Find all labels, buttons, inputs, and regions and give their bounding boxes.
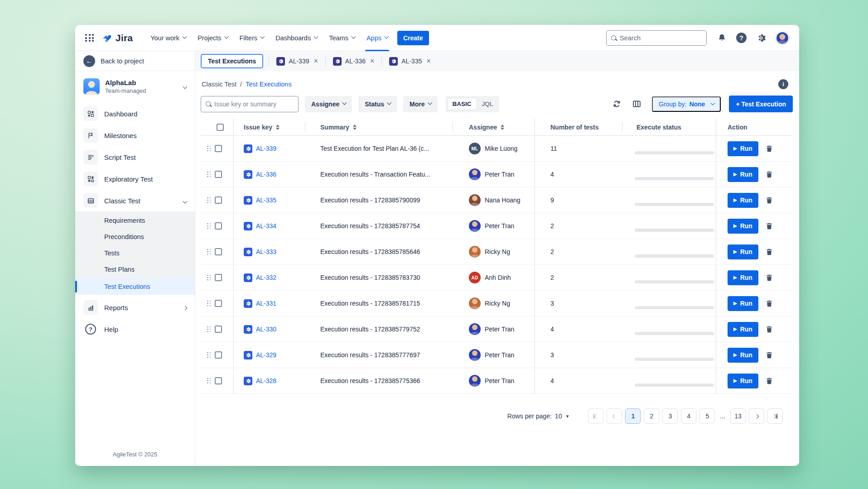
nav-item-filters[interactable]: Filters — [234, 25, 270, 51]
sidebar-item-test-executions[interactable]: Test Executions — [75, 278, 195, 295]
run-button[interactable]: ▶Run — [728, 219, 758, 234]
run-button[interactable]: ▶Run — [728, 374, 758, 388]
issue-key-link[interactable]: AL-332 — [256, 274, 276, 281]
sidebar-item-exploratory-test[interactable]: Exploratory Test — [75, 168, 195, 190]
delete-icon[interactable] — [765, 248, 773, 256]
nav-item-dashboards[interactable]: Dashboards — [270, 25, 323, 51]
column-header-issue-key[interactable]: Issue key — [233, 119, 305, 135]
previous-page-button[interactable] — [607, 408, 622, 424]
jira-logo[interactable]: Jira — [101, 33, 133, 43]
drag-handle-icon[interactable] — [207, 197, 211, 203]
delete-icon[interactable] — [765, 299, 773, 307]
user-avatar[interactable] — [776, 31, 789, 45]
drag-handle-icon[interactable] — [207, 301, 211, 307]
delete-icon[interactable] — [765, 222, 773, 230]
column-header-summary[interactable]: Summary — [305, 119, 453, 135]
global-search[interactable] — [606, 30, 707, 46]
drag-handle-icon[interactable] — [207, 146, 211, 152]
delete-icon[interactable] — [765, 196, 773, 204]
row-checkbox[interactable] — [215, 377, 222, 384]
drag-handle-icon[interactable] — [207, 378, 211, 384]
sidebar-item-tests[interactable]: Tests — [75, 245, 195, 261]
issue-tab[interactable]: AL-339 × — [274, 54, 321, 68]
project-switcher[interactable]: AlphaLab Team-managed — [75, 71, 195, 100]
sidebar-item-reports[interactable]: Reports — [75, 297, 195, 318]
row-checkbox[interactable] — [215, 351, 222, 359]
basic-mode-button[interactable]: BASIC — [447, 98, 477, 110]
notifications-bell-icon[interactable] — [717, 33, 727, 43]
delete-icon[interactable] — [765, 351, 773, 359]
drag-handle-icon[interactable] — [207, 172, 211, 177]
sidebar-item-preconditions[interactable]: Preconditions — [75, 229, 195, 245]
sidebar-item-classic-test[interactable]: Classic Test — [75, 190, 195, 211]
group-by-dropdown[interactable]: Group by:None — [652, 96, 721, 112]
rows-per-page-selector[interactable]: Rows per page: 10 ▼ — [507, 412, 570, 420]
column-header-assignee[interactable]: Assignee — [453, 119, 535, 135]
issue-key-link[interactable]: AL-329 — [256, 351, 276, 359]
first-page-button[interactable] — [588, 408, 603, 424]
drag-handle-icon[interactable] — [207, 326, 211, 332]
issue-key-link[interactable]: AL-334 — [256, 222, 276, 230]
row-checkbox[interactable] — [215, 145, 222, 152]
run-button[interactable]: ▶Run — [728, 296, 758, 311]
page-button-4[interactable]: 4 — [681, 408, 696, 424]
sidebar-item-test-plans[interactable]: Test Plans — [75, 261, 195, 278]
delete-icon[interactable] — [765, 170, 773, 178]
back-to-project[interactable]: ← Back to project — [75, 51, 195, 71]
refresh-icon[interactable] — [609, 96, 625, 112]
issue-key-link[interactable]: AL-331 — [256, 300, 276, 307]
run-button[interactable]: ▶Run — [728, 244, 758, 259]
issue-key-link[interactable]: AL-333 — [256, 248, 276, 255]
delete-icon[interactable] — [765, 325, 773, 333]
close-tab-icon[interactable]: × — [426, 58, 430, 65]
page-button-3[interactable]: 3 — [662, 408, 678, 424]
assignee-filter-dropdown[interactable]: Assignee — [305, 96, 352, 112]
drag-handle-icon[interactable] — [207, 352, 211, 358]
last-page-button[interactable] — [767, 408, 783, 424]
drag-handle-icon[interactable] — [207, 275, 211, 281]
close-tab-icon[interactable]: × — [370, 58, 374, 65]
delete-icon[interactable] — [765, 377, 773, 385]
jql-mode-button[interactable]: JQL — [477, 98, 498, 110]
run-button[interactable]: ▶Run — [728, 348, 758, 363]
run-button[interactable]: ▶Run — [728, 322, 758, 337]
next-page-button[interactable] — [749, 408, 764, 424]
issue-key-link[interactable]: AL-335 — [256, 197, 276, 204]
issue-tab[interactable]: AL-335 × — [386, 54, 434, 68]
select-all-checkbox[interactable] — [217, 124, 224, 131]
status-filter-dropdown[interactable]: Status — [358, 96, 397, 112]
issue-key-link[interactable]: AL-336 — [256, 171, 276, 178]
issue-filter-input[interactable] — [214, 101, 294, 108]
global-search-input[interactable] — [620, 34, 702, 42]
delete-icon[interactable] — [765, 144, 773, 153]
columns-icon[interactable] — [629, 96, 645, 112]
run-button[interactable]: ▶Run — [728, 167, 758, 182]
sidebar-item-dashboard[interactable]: Dashboard — [75, 103, 195, 125]
add-test-execution-button[interactable]: + Test Execution — [729, 96, 793, 112]
page-button-2[interactable]: 2 — [644, 408, 659, 424]
page-button-last-number[interactable]: 13 — [730, 408, 746, 424]
row-checkbox[interactable] — [215, 197, 222, 204]
row-checkbox[interactable] — [215, 300, 222, 307]
tab-test-executions[interactable]: Test Executions — [201, 54, 263, 68]
delete-icon[interactable] — [765, 273, 773, 282]
nav-item-teams[interactable]: Teams — [323, 25, 361, 51]
issue-key-link[interactable]: AL-328 — [256, 377, 276, 384]
close-tab-icon[interactable]: × — [313, 58, 318, 65]
page-button-5[interactable]: 5 — [699, 408, 715, 424]
create-button[interactable]: Create — [397, 31, 429, 45]
settings-gear-icon[interactable] — [756, 33, 766, 43]
breadcrumb-parent[interactable]: Classic Test — [202, 81, 236, 88]
more-filter-dropdown[interactable]: More — [403, 96, 437, 112]
info-icon[interactable]: i — [778, 79, 788, 89]
run-button[interactable]: ▶Run — [728, 141, 758, 156]
nav-item-projects[interactable]: Projects — [192, 25, 233, 51]
sidebar-item-script-test[interactable]: Script Test — [75, 146, 195, 168]
run-button[interactable]: ▶Run — [728, 193, 758, 208]
sidebar-item-milestones[interactable]: Milestones — [75, 125, 195, 146]
sidebar-item-requirements[interactable]: Requirements — [75, 212, 195, 229]
nav-item-your-work[interactable]: Your work — [145, 25, 192, 51]
issue-key-link[interactable]: AL-330 — [256, 326, 276, 333]
row-checkbox[interactable] — [215, 326, 222, 333]
sidebar-item-help[interactable]: ? Help — [75, 318, 195, 340]
